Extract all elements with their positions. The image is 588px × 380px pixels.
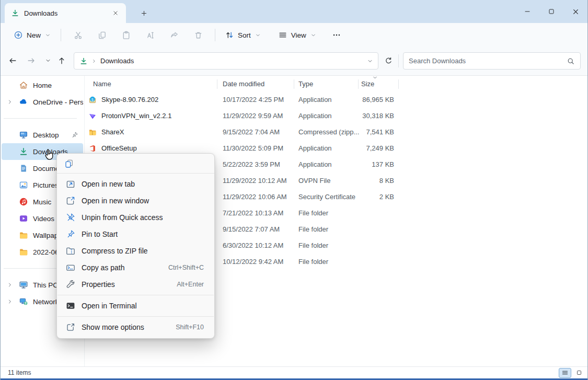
divider [1, 110, 84, 126]
file-row[interactable]: ShareX 9/15/2022 7:04 AM Compressed (zip… [85, 124, 588, 140]
sidebar-item-desktop[interactable]: Desktop [2, 126, 83, 143]
command-bar: New Sort View [1, 23, 587, 47]
documents-icon [19, 164, 28, 173]
copy-button[interactable] [91, 27, 112, 43]
chevron-right-icon[interactable] [6, 281, 14, 289]
open-in-new-tab-icon [65, 179, 76, 189]
cut-button[interactable] [67, 27, 88, 43]
large-icons-view-icon [575, 369, 583, 376]
search-input[interactable] [409, 57, 567, 65]
sidebar-item-onedrive[interactable]: OneDrive - Personal [2, 94, 83, 110]
back-button[interactable] [5, 52, 20, 69]
file-row[interactable]: Skype-8.90.76.202 10/17/2022 4:25 PM App… [85, 91, 588, 108]
close-icon [571, 7, 580, 16]
sort-descending-icon [372, 74, 378, 81]
menu-item-copy-as-path[interactable]: Copy as path Ctrl+Shift+C [59, 259, 212, 276]
column-headers: Name Date modified Type Size [85, 76, 588, 91]
sidebar-item-home[interactable]: Home [2, 77, 83, 94]
column-header-date-modified[interactable]: Date modified [217, 76, 294, 91]
address-bar-row: Downloads [1, 47, 587, 76]
office-setup-icon [88, 144, 97, 153]
zipped-folder-icon [88, 128, 97, 136]
context-menu: Open in new tab Open in new window Unpin… [56, 153, 215, 339]
breadcrumb[interactable]: Downloads [100, 57, 366, 65]
new-tab-button[interactable] [137, 6, 151, 20]
delete-button[interactable] [188, 27, 209, 43]
tab-downloads[interactable]: Downloads [5, 3, 126, 23]
menu-item-pin-to-start[interactable]: Pin to Start [59, 226, 212, 243]
cut-icon [73, 30, 83, 40]
minimize-button[interactable] [515, 0, 539, 23]
view-button[interactable]: View [273, 27, 321, 43]
toolbar-divider [215, 29, 215, 41]
address-bar[interactable]: Downloads [74, 52, 378, 70]
menu-item-show-more-options[interactable]: Show more options Shift+F10 [59, 319, 212, 336]
hand-cursor [42, 147, 56, 163]
share-icon [169, 30, 179, 40]
forward-button[interactable] [24, 52, 39, 69]
file-row[interactable]: ProtonVPN_win_v2.2.1 11/29/2022 9:59 AM … [85, 108, 588, 124]
this-pc-icon [19, 280, 28, 290]
menu-divider [57, 316, 214, 317]
home-icon [19, 80, 28, 90]
download-icon [79, 57, 88, 65]
show-more-options-icon [65, 322, 76, 332]
file-explorer-window: Downloads New Sort View [0, 0, 588, 380]
refresh-button[interactable] [381, 53, 396, 68]
open-in-new-window-icon [65, 195, 76, 206]
view-toggles [559, 368, 585, 378]
search-box [403, 52, 581, 70]
ellipsis-icon [332, 30, 341, 40]
maximize-button[interactable] [539, 0, 563, 23]
window-controls [515, 0, 587, 23]
sort-button[interactable]: Sort [220, 27, 266, 43]
search-icon[interactable] [567, 57, 575, 65]
sort-arrows-icon [225, 30, 234, 40]
menu-item-open-in-terminal[interactable]: Open in Terminal [59, 297, 212, 314]
large-icons-view-button[interactable] [573, 368, 585, 378]
close-icon [112, 9, 119, 17]
chevron-right-icon[interactable] [6, 98, 14, 106]
menu-item-compress-to-zip[interactable]: Compress to ZIP file [59, 243, 212, 259]
desktop-icon [19, 130, 28, 140]
details-view-button[interactable] [559, 368, 571, 378]
menu-item-unpin-from-quick-access[interactable]: Unpin from Quick access [59, 209, 212, 226]
paste-button[interactable] [116, 27, 136, 43]
tab-title: Downloads [24, 9, 109, 17]
wrench-icon [65, 279, 76, 290]
menu-item-properties[interactable]: Properties Alt+Enter [59, 276, 212, 293]
zip-folder-icon [65, 246, 76, 256]
chevron-down-icon [44, 32, 51, 39]
column-header-name[interactable]: Name [85, 76, 217, 91]
view-list-icon [278, 30, 287, 40]
sort-button-label: Sort [238, 31, 251, 39]
rename-button[interactable] [140, 27, 160, 43]
plus-icon [140, 9, 148, 17]
unpin-icon [65, 212, 76, 223]
up-button[interactable] [54, 52, 70, 69]
trash-icon [193, 30, 203, 40]
music-icon [19, 197, 28, 206]
videos-icon [19, 214, 28, 223]
back-arrow-icon [8, 56, 17, 65]
close-window-button[interactable] [563, 0, 587, 23]
copy-button[interactable] [61, 156, 77, 171]
new-button[interactable]: New [9, 27, 56, 43]
menu-item-open-in-new-tab[interactable]: Open in new tab [59, 176, 212, 192]
menu-item-open-in-new-window[interactable]: Open in new window [59, 192, 212, 209]
column-header-size[interactable]: Size [359, 76, 399, 91]
title-bar: Downloads [1, 0, 587, 23]
status-bar: 11 items [1, 366, 587, 378]
see-more-button[interactable] [328, 27, 345, 43]
address-dropdown-icon[interactable] [366, 57, 374, 65]
terminal-icon [65, 301, 76, 311]
maximize-icon [547, 7, 556, 16]
share-button[interactable] [164, 27, 185, 43]
pin-icon [71, 131, 78, 139]
column-header-type[interactable]: Type [294, 76, 359, 91]
tab-close-button[interactable] [109, 7, 122, 19]
onedrive-cloud-icon [19, 97, 28, 107]
chevron-right-icon[interactable] [6, 298, 14, 305]
paste-icon [121, 30, 131, 40]
divider [398, 54, 399, 67]
